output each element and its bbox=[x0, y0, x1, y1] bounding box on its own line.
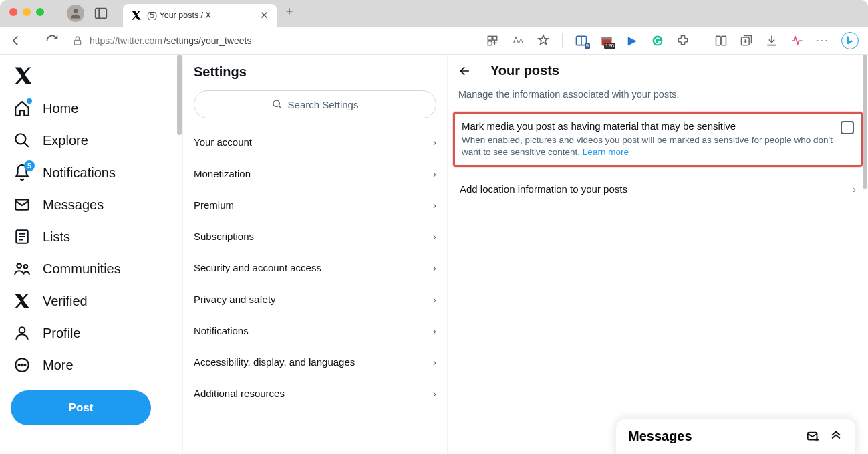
add-extension-icon[interactable] bbox=[486, 34, 499, 47]
svg-point-18 bbox=[17, 263, 21, 268]
detail-scrollbar[interactable] bbox=[861, 55, 868, 454]
settings-item-label: Notifications bbox=[194, 325, 249, 336]
more-menu-icon[interactable]: ··· bbox=[816, 34, 829, 47]
settings-item-label: Premium bbox=[194, 199, 234, 211]
close-tab-icon[interactable]: ✕ bbox=[260, 9, 269, 21]
settings-item-accessibility[interactable]: Accessibility, display, and languages› bbox=[183, 346, 447, 378]
svg-point-23 bbox=[21, 364, 23, 366]
messages-dock-title: Messages bbox=[628, 429, 798, 444]
text-size-icon[interactable]: AA bbox=[511, 34, 525, 47]
settings-item-label: Privacy and safety bbox=[194, 294, 276, 305]
settings-item-monetization[interactable]: Monetization› bbox=[183, 158, 447, 189]
list-icon bbox=[13, 228, 31, 245]
detail-title: Your posts bbox=[490, 63, 559, 78]
post-button[interactable]: Post bbox=[11, 390, 151, 425]
x-logo-icon bbox=[131, 10, 142, 21]
sensitive-media-option-highlight: Mark media you post as having material t… bbox=[453, 112, 863, 167]
sensitive-media-option: Mark media you post as having material t… bbox=[462, 120, 854, 158]
page-content: Home Explore 5 Notifications Messages Li… bbox=[0, 55, 868, 454]
settings-item-privacy[interactable]: Privacy and safety› bbox=[183, 283, 447, 315]
sensitive-media-checkbox[interactable] bbox=[841, 121, 854, 134]
toolbar-actions: AA 9 126 ▶ ··· bbox=[486, 32, 859, 49]
browser-tab[interactable]: (5) Your posts / X ✕ bbox=[123, 4, 277, 27]
link-row-label: Add location information to your posts bbox=[460, 183, 627, 195]
collections-add-icon[interactable] bbox=[740, 34, 753, 47]
settings-title: Settings bbox=[183, 55, 447, 90]
settings-item-label: Your account bbox=[194, 136, 252, 148]
detail-header: Your posts bbox=[448, 55, 868, 86]
settings-item-label: Monetization bbox=[194, 168, 251, 179]
settings-item-subscriptions[interactable]: Subscriptions› bbox=[183, 221, 447, 252]
nav-more[interactable]: More bbox=[5, 349, 177, 381]
maximize-window[interactable] bbox=[36, 8, 44, 16]
split-screen-icon[interactable] bbox=[714, 34, 728, 47]
new-tab-button[interactable]: ＋ bbox=[283, 3, 295, 19]
detail-subtitle: Manage the information associated with y… bbox=[448, 86, 868, 112]
home-icon bbox=[13, 100, 31, 117]
refresh-button[interactable] bbox=[45, 34, 59, 47]
settings-item-resources[interactable]: Additional resources› bbox=[183, 378, 447, 409]
nav-verified[interactable]: Verified bbox=[5, 285, 177, 317]
pandora-ext-icon[interactable]: ▶ bbox=[625, 34, 639, 47]
svg-point-25 bbox=[273, 100, 279, 106]
nav-home[interactable]: Home bbox=[5, 92, 177, 124]
new-message-icon[interactable] bbox=[806, 429, 821, 444]
settings-item-premium[interactable]: Premium› bbox=[183, 189, 447, 221]
people-icon bbox=[13, 260, 31, 277]
x-verified-icon bbox=[13, 292, 31, 310]
detail-column: Your posts Manage the information associ… bbox=[448, 55, 868, 454]
settings-item-account[interactable]: Your account› bbox=[183, 126, 447, 158]
bing-chat-icon[interactable] bbox=[841, 32, 859, 49]
nav-label: Explore bbox=[43, 133, 88, 148]
chevron-right-icon: › bbox=[433, 388, 436, 399]
chevron-right-icon: › bbox=[433, 356, 436, 368]
chevron-right-icon: › bbox=[433, 262, 436, 273]
option-description: When enabled, pictures and videos you po… bbox=[462, 134, 833, 158]
settings-item-security[interactable]: Security and account access› bbox=[183, 252, 447, 283]
nav-label: Communities bbox=[43, 261, 121, 277]
extensions-icon[interactable] bbox=[676, 34, 690, 47]
profile-avatar[interactable] bbox=[67, 5, 84, 22]
calendar-ext-icon[interactable]: 126 bbox=[600, 34, 613, 47]
settings-item-notifications[interactable]: Notifications› bbox=[183, 315, 447, 346]
nav-label: Messages bbox=[43, 197, 104, 213]
calendar-badge: 126 bbox=[604, 43, 615, 49]
browser-toolbar: https://twitter.com/settings/your_tweets… bbox=[0, 27, 868, 55]
chevron-right-icon: › bbox=[433, 294, 436, 305]
grammarly-ext-icon[interactable] bbox=[651, 34, 664, 47]
window-titlebar: (5) Your posts / X ✕ ＋ bbox=[0, 0, 868, 27]
downloads-icon[interactable] bbox=[765, 34, 778, 47]
back-arrow-button[interactable] bbox=[458, 64, 472, 78]
nav-profile[interactable]: Profile bbox=[5, 317, 177, 349]
close-window[interactable] bbox=[9, 8, 17, 16]
favorite-icon[interactable] bbox=[537, 34, 550, 47]
lock-icon bbox=[72, 35, 83, 46]
svg-rect-6 bbox=[488, 41, 492, 45]
nav-label: Profile bbox=[43, 326, 81, 341]
health-ext-icon[interactable] bbox=[790, 34, 804, 47]
svg-rect-12 bbox=[716, 36, 721, 45]
search-settings-input[interactable]: Search Settings bbox=[194, 90, 436, 118]
nav-notifications[interactable]: 5 Notifications bbox=[5, 156, 177, 189]
expand-dock-icon[interactable] bbox=[829, 429, 843, 444]
nav-lists[interactable]: Lists bbox=[5, 221, 177, 253]
collections-icon[interactable]: 9 bbox=[575, 34, 588, 47]
minimize-window[interactable] bbox=[23, 8, 31, 16]
learn-more-link[interactable]: Learn more bbox=[583, 147, 629, 157]
nav-explore[interactable]: Explore bbox=[5, 124, 177, 156]
nav-label: Notifications bbox=[43, 165, 116, 181]
nav-communities[interactable]: Communities bbox=[5, 253, 177, 285]
nav-label: Home bbox=[43, 101, 78, 116]
nav-messages[interactable]: Messages bbox=[5, 189, 177, 221]
nav-scrollbar[interactable] bbox=[176, 55, 182, 454]
address-bar[interactable]: https://twitter.com/settings/your_tweets bbox=[68, 35, 429, 46]
back-button[interactable] bbox=[9, 34, 23, 47]
messages-dock[interactable]: Messages bbox=[615, 418, 856, 454]
divider bbox=[562, 33, 563, 48]
tab-title: (5) Your posts / X bbox=[147, 11, 211, 20]
browser-sidebar-icon[interactable] bbox=[94, 6, 108, 21]
location-info-row[interactable]: Add location information to your posts › bbox=[448, 173, 868, 205]
svg-rect-10 bbox=[602, 37, 612, 39]
more-icon bbox=[13, 356, 31, 374]
x-logo-link[interactable] bbox=[5, 59, 177, 92]
